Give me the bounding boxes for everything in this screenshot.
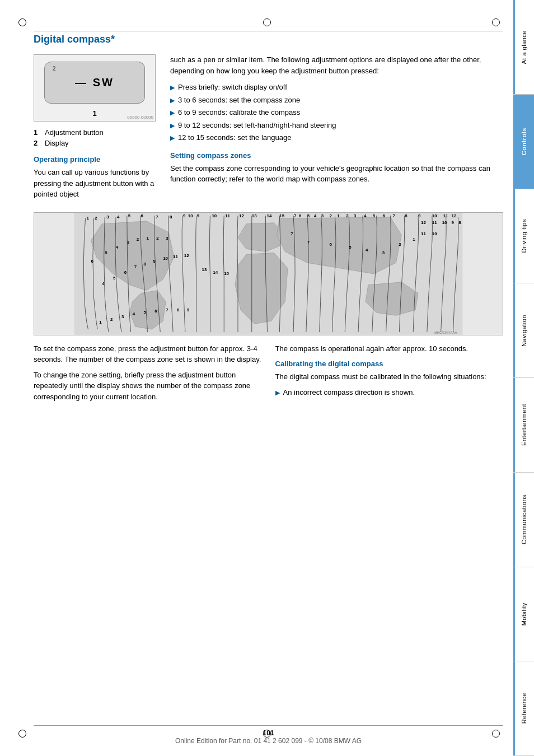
svg-text:2: 2 [110, 317, 113, 322]
compass-display-image: 2 — SW 1 00000 00000 [34, 54, 156, 122]
svg-text:3: 3 [354, 213, 357, 218]
svg-text:7: 7 [134, 264, 137, 269]
calibrating-bullet-item: ▶ An incorrect compass direction is show… [275, 387, 504, 398]
svg-text:2: 2 [399, 242, 401, 247]
main-content: Digital compass* 2 — SW 1 00000 00000 [34, 34, 503, 722]
reg-mark-top-mid [261, 17, 273, 28]
svg-text:7: 7 [294, 213, 297, 218]
svg-text:8: 8 [170, 214, 172, 219]
setting-compass-zones-body: Set the compass zone corresponding to yo… [170, 163, 503, 185]
svg-text:14: 14 [213, 270, 218, 275]
svg-text:14: 14 [267, 213, 272, 218]
svg-text:6: 6 [154, 309, 157, 314]
svg-text:7: 7 [307, 239, 310, 244]
svg-text:2: 2 [346, 213, 349, 218]
display-label-2: 2 [53, 66, 56, 72]
svg-text:2: 2 [330, 213, 332, 218]
svg-text:11: 11 [421, 231, 426, 236]
svg-text:11: 11 [173, 254, 178, 259]
bottom-right-para1: The compass is operational again after a… [275, 343, 504, 354]
bullet-arrow-4: ▶ [170, 121, 175, 131]
svg-text:10: 10 [442, 220, 447, 225]
sidebar-tab-at-a-glance[interactable]: At a glance [513, 0, 534, 95]
footer-text: Online Edition for Part no. 01 41 2 602 … [175, 737, 362, 745]
svg-text:4: 4 [116, 245, 119, 250]
page-title: Digital compass* [34, 34, 503, 45]
svg-text:12: 12 [239, 213, 244, 218]
svg-text:6: 6 [383, 213, 386, 218]
bottom-left-col: To set the compass zone, press the adjus… [34, 343, 262, 407]
bullet-arrow-3: ▶ [170, 108, 175, 118]
svg-text:13: 13 [202, 267, 207, 272]
svg-text:5: 5 [307, 213, 310, 218]
svg-text:7: 7 [392, 213, 395, 218]
svg-text:5: 5 [349, 245, 352, 250]
svg-text:15: 15 [224, 270, 229, 276]
svg-text:8: 8 [177, 307, 180, 312]
svg-text:7: 7 [166, 307, 168, 312]
svg-text:3: 3 [166, 235, 168, 240]
svg-text:12: 12 [184, 253, 189, 258]
svg-text:5: 5 [373, 213, 376, 218]
svg-text:9: 9 [452, 220, 455, 225]
page-number: 101 [263, 729, 274, 737]
svg-text:11: 11 [432, 220, 437, 225]
svg-text:3: 3 [321, 213, 324, 218]
label-display: 2 Display [34, 139, 157, 147]
svg-text:4: 4 [314, 213, 317, 218]
sidebar-tab-reference[interactable]: Reference [513, 661, 534, 756]
svg-text:1: 1 [337, 213, 340, 218]
svg-text:8: 8 [144, 262, 147, 267]
sidebar-tab-communications[interactable]: Communications [513, 473, 534, 567]
image-credit: 00000 00000 [127, 115, 153, 120]
svg-text:10: 10 [212, 213, 217, 218]
sidebar-tab-controls[interactable]: Controls [513, 95, 534, 189]
bottom-left-para2: To change the zone setting, briefly pres… [34, 370, 262, 403]
reg-mark-bottom-left [17, 728, 28, 739]
svg-text:6: 6 [299, 213, 302, 218]
svg-text:11: 11 [225, 213, 230, 218]
right-column: such as a pen or similar item. The follo… [170, 54, 503, 204]
sidebar: At a glance Controls Driving tips Naviga… [513, 0, 534, 756]
bullet-item-3: ▶ 6 to 9 seconds: calibrate the compass [170, 107, 503, 118]
svg-text:5: 5 [128, 213, 131, 218]
svg-text:4: 4 [117, 214, 120, 219]
sidebar-tab-driving-tips[interactable]: Driving tips [513, 189, 534, 284]
svg-text:9: 9 [197, 213, 200, 218]
right-col-intro: such as a pen or similar item. The follo… [170, 54, 503, 76]
world-map-image: 1 2 3 4 5 6 7 8 9 10 9 10 11 12 13 14 15… [34, 212, 503, 335]
bullet-arrow-5: ▶ [170, 133, 175, 143]
calibrating-bullet-arrow: ▶ [275, 388, 280, 398]
svg-text:5: 5 [144, 310, 147, 315]
svg-text:10: 10 [432, 213, 437, 218]
svg-text:1: 1 [413, 236, 415, 241]
sidebar-tab-navigation[interactable]: Navigation [513, 283, 534, 378]
svg-text:11: 11 [443, 213, 448, 218]
bottom-two-col: To set the compass zone, press the adjus… [34, 343, 503, 407]
svg-text:1: 1 [147, 235, 149, 240]
bullet-arrow-1: ▶ [170, 83, 175, 93]
top-two-col: 2 — SW 1 00000 00000 1 Adjustment button… [34, 54, 503, 204]
operating-principle-heading: Operating principle [34, 155, 157, 164]
operating-principle-body: You can call up various functions by pre… [34, 167, 157, 200]
sidebar-tab-mobility[interactable]: Mobility [513, 567, 534, 662]
svg-text:12: 12 [452, 213, 457, 218]
svg-text:6: 6 [124, 270, 127, 275]
svg-text:8: 8 [458, 220, 461, 225]
svg-text:6: 6 [91, 259, 93, 264]
svg-text:MKC/ERF/AAA: MKC/ERF/AAA [434, 331, 457, 334]
svg-text:1: 1 [86, 215, 89, 220]
svg-text:3: 3 [106, 214, 109, 219]
label-adjustment-button: 1 Adjustment button [34, 128, 157, 137]
left-column: 2 — SW 1 00000 00000 1 Adjustment button… [34, 54, 157, 204]
svg-text:4: 4 [364, 213, 367, 218]
bullet-item-2: ▶ 3 to 6 seconds: set the compass zone [170, 95, 503, 106]
bullet-item-5: ▶ 12 to 15 seconds: set the language [170, 132, 503, 143]
reg-mark-top-right [490, 17, 502, 28]
display-label-1: 1 [92, 109, 96, 118]
svg-text:6: 6 [141, 213, 144, 218]
sidebar-tab-entertainment[interactable]: Entertainment [513, 378, 534, 473]
top-rule-line [34, 31, 503, 31]
svg-text:13: 13 [252, 213, 257, 218]
svg-text:2: 2 [95, 215, 97, 220]
